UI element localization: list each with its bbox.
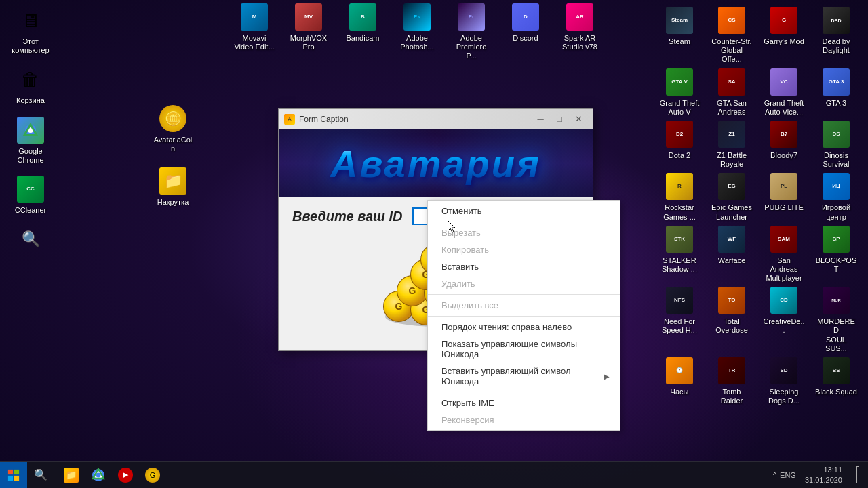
rockstar-label: RockstarGames ... — [661, 203, 698, 222]
window-title-icon: A — [284, 114, 295, 125]
ctx-paste[interactable]: Вставить — [428, 258, 620, 275]
taskbar-icon-goldcoins[interactable]: G — [139, 462, 166, 489]
sidebar-item-chrome[interactable]: GoogleChrome — [7, 117, 54, 165]
ccleaner-label: CCleaner — [13, 205, 48, 216]
morphvox-label: MorphVOXPro — [288, 33, 329, 52]
sidebar-item-creative[interactable]: CD CreativeDe... — [760, 287, 808, 354]
sidebar-item-steam[interactable]: Steam Steam — [656, 7, 703, 65]
ctx-cancel[interactable]: Отменить — [428, 203, 620, 220]
sidebar-item-nakrutka[interactable]: 📁 Накрутка — [149, 167, 197, 207]
avataria-logo-area: Аватария — [279, 129, 593, 197]
sidebar-item-murdered[interactable]: MUR MURDEREDSOUL SUS... — [812, 287, 860, 354]
show-desktop-button[interactable] — [848, 462, 868, 489]
sidebar-item-movavi[interactable]: M MovaviVideo Edit... — [231, 3, 278, 62]
sidebar-item-gta3[interactable]: GTA 3 GTA 3 — [812, 68, 860, 117]
sidebar-item-garrys[interactable]: G Garry's Mod — [760, 7, 808, 65]
gta3-label: GTA 3 — [824, 98, 848, 108]
sidebar-item-z1battle[interactable]: Z1 Z1 BattleRoyale — [708, 121, 755, 169]
sidebar-item-bloody7[interactable]: B7 Bloody7 — [760, 121, 808, 169]
sidebar-item-dead[interactable]: DBD Dead byDaylight — [812, 7, 860, 65]
sidebar-item-cs[interactable]: CS Counter-Str.Global Offe... — [708, 7, 755, 65]
sidebar-item-samultiplayer[interactable]: SAM San AndreasMultiplayer — [760, 226, 808, 284]
chrome-label: GoogleChrome — [15, 146, 45, 165]
ctx-open-ime[interactable]: Открыть IME — [428, 394, 620, 411]
chrome-taskbar-icon — [91, 468, 106, 483]
sidebar-item-premiere[interactable]: Pr AdobePremiere P... — [448, 3, 495, 62]
igrovoy-icon: ИЦ — [823, 173, 850, 200]
close-button[interactable]: ✕ — [570, 113, 587, 126]
window-titlebar[interactable]: A Form Caption ─ □ ✕ — [279, 109, 593, 129]
blacksquad-icon: BS — [823, 357, 850, 384]
minimize-button[interactable]: ─ — [532, 113, 549, 126]
z1-label: Z1 BattleRoyale — [715, 150, 749, 169]
movavi-icon: M — [241, 3, 268, 30]
garrys-label: Garry's Mod — [762, 37, 806, 47]
igrovoy-label: Игровойцентр — [820, 203, 852, 222]
start-button[interactable] — [0, 462, 27, 489]
right-desktop-icons: Steam Steam CS Counter-Str.Global Offe..… — [652, 3, 865, 409]
sidebar-item-bandicam[interactable]: B Bandicam — [339, 3, 387, 62]
sidebar-item-dinosis[interactable]: DS DinosisSurvival — [812, 121, 860, 169]
sidebar-item-totaloverdose[interactable]: TO TotalOverdose — [708, 287, 755, 354]
sidebar-item-warface[interactable]: WF Warface — [708, 226, 755, 284]
time-display: 13:11 — [823, 465, 842, 474]
creative-icon: CD — [770, 287, 797, 314]
creative-label: CreativeDe... — [761, 317, 807, 336]
sidebar-item-photoshop[interactable]: Ps AdobePhotosh... — [393, 3, 441, 62]
gtavc-label: Grand TheftAuto Vice... — [762, 98, 806, 117]
steam-label: Steam — [667, 37, 692, 47]
middle-desktop-icons: 🪙 AvatariaCoin 📁 Накрутка — [149, 105, 197, 208]
sidebar-item-sleepingdogs[interactable]: SD SleepingDogs D... — [760, 357, 808, 406]
sidebar-item-morphvox[interactable]: MV MorphVOXPro — [285, 3, 332, 62]
premiere-label: AdobePremiere P... — [448, 33, 494, 62]
sidebar-item-search[interactable]: 🔍 — [7, 226, 54, 257]
taskbar-search-button[interactable]: 🔍 — [27, 462, 54, 489]
dinosis-label: DinosisSurvival — [821, 150, 851, 169]
sidebar-item-stalker[interactable]: STK STALKERShadow ... — [656, 226, 703, 284]
ctx-rtl[interactable]: Порядок чтения: справа налево — [428, 319, 620, 336]
sidebar-item-pubg[interactable]: PL PUBG LITE — [760, 173, 808, 222]
taskbar-tray: ^ ENG — [773, 471, 800, 479]
nfs-icon: NFS — [666, 287, 693, 314]
taskbar-clock[interactable]: 13:11 31.01.2020 — [800, 465, 848, 485]
taskbar-icon-fileexplorer[interactable]: 📁 — [58, 462, 85, 489]
desktop: 🖥 Этот компьютер 🗑 Корзина GoogleChrome … — [0, 0, 868, 488]
ctx-insert-unicode[interactable]: Вставить управляющий символ Юникода ▶ — [428, 363, 620, 390]
sparkar-label: Spark ARStudio v78 — [560, 33, 599, 52]
sidebar-item-blockpost[interactable]: BP BLOCKPOST — [812, 226, 860, 284]
sidebar-item-recycle[interactable]: 🗑 Корзина — [7, 66, 54, 106]
movavi-label: MovaviVideo Edit... — [232, 33, 276, 52]
sleepingdogs-icon: SD — [770, 357, 797, 384]
taskbar-icon-media[interactable]: ▶ — [112, 462, 139, 489]
sidebar-item-gtasa[interactable]: SA GTA SanAndreas — [708, 68, 755, 117]
sidebar-item-computer[interactable]: 🖥 Этот компьютер — [7, 7, 54, 56]
sidebar-item-clock[interactable]: 🕐 Часы — [656, 357, 703, 406]
sidebar-item-dota2[interactable]: D2 Dota 2 — [656, 121, 703, 169]
ctx-copy: Копировать — [428, 241, 620, 258]
sidebar-item-ccleaner[interactable]: CC CCleaner — [7, 176, 54, 216]
svg-rect-34 — [14, 469, 19, 474]
sidebar-item-igrovoy[interactable]: ИЦ Игровойцентр — [812, 173, 860, 222]
ctx-show-unicode[interactable]: Показать управляющие символы Юникода — [428, 336, 620, 363]
sidebar-item-blacksquad[interactable]: BS Black Squad — [812, 357, 860, 406]
media-icon: ▶ — [118, 468, 133, 483]
premiere-icon: Pr — [458, 3, 485, 30]
computer-label: Этот компьютер — [7, 37, 54, 56]
sidebar-item-nfs[interactable]: NFS Need ForSpeed H... — [656, 287, 703, 354]
sidebar-item-discord[interactable]: D Discord — [502, 3, 549, 62]
maximize-button[interactable]: □ — [551, 113, 568, 126]
sidebar-item-tombraider[interactable]: TR Tomb Raider — [708, 357, 755, 406]
sidebar-item-epic[interactable]: EG Epic GamesLauncher — [708, 173, 755, 222]
sidebar-item-gtavc[interactable]: VC Grand TheftAuto Vice... — [760, 68, 808, 117]
show-desktop-indicator — [856, 466, 859, 483]
tray-show-hidden[interactable]: ^ — [773, 471, 776, 479]
sidebar-item-avatariacoin[interactable]: 🪙 AvatariaCoin — [149, 105, 197, 154]
avataria-logo: Аватария — [320, 138, 551, 189]
sidebar-item-sparkar[interactable]: AR Spark ARStudio v78 — [556, 3, 604, 62]
taskbar-icon-chrome[interactable] — [85, 462, 112, 489]
sidebar-item-rockstar[interactable]: R RockstarGames ... — [656, 173, 703, 222]
search-icon: 🔍 — [17, 226, 44, 253]
recycle-label: Корзина — [14, 96, 47, 106]
cs-icon: CS — [718, 7, 745, 34]
sidebar-item-gta5[interactable]: GTA V Grand TheftAuto V — [656, 68, 703, 117]
